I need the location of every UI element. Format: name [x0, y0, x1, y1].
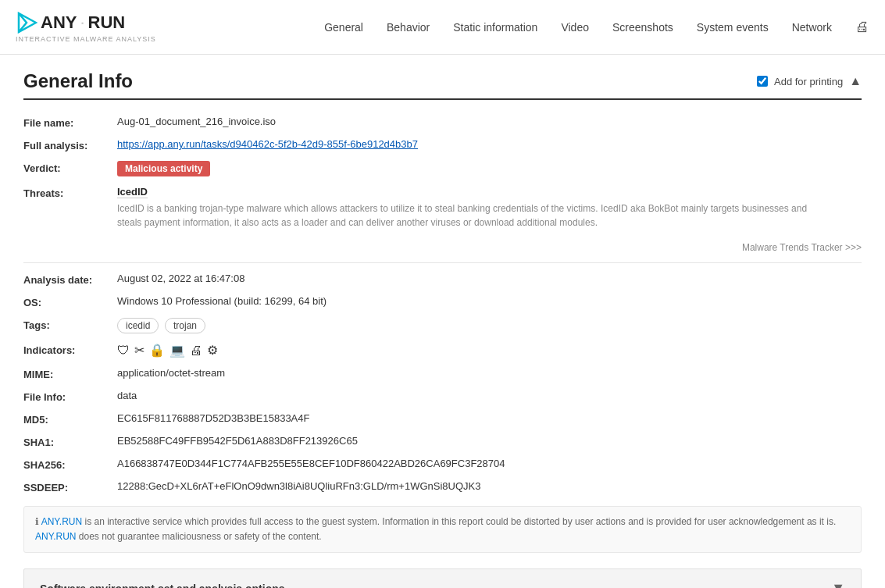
info-anyrun-link-2[interactable]: ANY.RUN: [35, 531, 76, 542]
threat-name[interactable]: IcedID: [117, 186, 148, 198]
main-content: General Info Add for printing ▲ File nam…: [0, 55, 885, 588]
mime-value: application/octet-stream: [117, 367, 862, 380]
nav-screenshots[interactable]: Screenshots: [612, 21, 673, 34]
verdict-label: Verdict:: [23, 161, 117, 176]
indicators-row: 🛡 ✂ 🔒 💻 🖨 ⚙: [117, 343, 862, 358]
add-print-checkbox[interactable]: [757, 76, 768, 87]
indicator-icon-3: 🔒: [149, 343, 165, 358]
add-print-area: Add for printing ▲: [757, 74, 862, 88]
info-note-text-2: does not guarantee maliciousness or safe…: [79, 531, 322, 542]
nav-static-info[interactable]: Static information: [453, 21, 537, 34]
info-grid-top: File name: Aug-01_document_216_invoice.i…: [23, 116, 862, 230]
analysis-date-label: Analysis date:: [23, 273, 117, 286]
print-button[interactable]: 🖨: [855, 19, 869, 35]
threats-label: Threats:: [23, 186, 117, 230]
indicator-icon-5: 🖨: [190, 344, 202, 358]
threat-description: IcedID is a banking trojan-type malware …: [117, 201, 820, 230]
header: ANY · RUN INTERACTIVE MALWARE ANALYSIS G…: [0, 0, 885, 55]
tag-icedid[interactable]: icedid: [117, 318, 159, 333]
nav-general[interactable]: General: [324, 21, 363, 34]
file-name-value: Aug-01_document_216_invoice.iso: [117, 116, 862, 129]
main-nav: General Behavior Static information Vide…: [324, 19, 869, 35]
mime-label: MIME:: [23, 367, 117, 380]
indicator-icon-6: ⚙: [207, 343, 218, 358]
page-title: General Info: [23, 70, 133, 92]
divider-1: [23, 262, 862, 263]
info-note: ℹ ANY.RUN is an interactive service whic…: [23, 506, 862, 553]
software-env-title: Software environment set and analysis op…: [40, 583, 285, 588]
info-anyrun-link-1[interactable]: ANY.RUN: [41, 516, 82, 527]
logo-text-run: RUN: [88, 12, 126, 33]
threats-value: IcedID IcedID is a banking trojan-type m…: [117, 186, 862, 230]
verdict-badge: Malicious activity: [117, 161, 210, 176]
md5-label: MD5:: [23, 412, 117, 426]
logo-area: ANY · RUN INTERACTIVE MALWARE ANALYSIS: [16, 12, 156, 43]
add-print-label: Add for printing: [774, 76, 843, 87]
sha1-value: EB52588FC49FFB9542F5D61A883D8FF213926C65: [117, 435, 862, 448]
logo-brand: ANY · RUN: [16, 12, 156, 34]
malware-tracker-arrow[interactable]: >>>: [845, 242, 862, 253]
software-env-bar[interactable]: Software environment set and analysis op…: [23, 568, 862, 588]
file-info-value: data: [117, 390, 862, 403]
software-env-chevron-icon: ▼: [831, 580, 845, 588]
nav-video[interactable]: Video: [561, 21, 589, 34]
ssdeep-value: 12288:GecD+XL6rAT+eFlOnO9dwn3l8iAi8UQliu…: [117, 480, 862, 494]
tag-trojan[interactable]: trojan: [165, 318, 205, 333]
section-title-bar: General Info Add for printing ▲: [23, 70, 862, 100]
full-analysis-label: Full analysis:: [23, 138, 117, 151]
analysis-date-value: August 02, 2022 at 16:47:08: [117, 273, 862, 286]
malware-tracker-text[interactable]: Malware Trends Tracker: [742, 242, 843, 253]
logo-tagline: INTERACTIVE MALWARE ANALYSIS: [16, 35, 156, 43]
nav-behavior[interactable]: Behavior: [387, 21, 430, 34]
info-note-text-1: is an interactive service which provides…: [84, 516, 836, 527]
nav-system-events[interactable]: System events: [697, 21, 769, 34]
md5-value: EC615F811768887D52D3B3BE15833A4F: [117, 412, 862, 426]
collapse-icon[interactable]: ▲: [849, 74, 862, 88]
tags-label: Tags:: [23, 318, 117, 333]
info-grid-bottom: Analysis date: August 02, 2022 at 16:47:…: [23, 273, 862, 494]
full-analysis-link[interactable]: https://app.any.run/tasks/d940462c-5f2b-…: [117, 138, 862, 151]
tags-container: icedid trojan: [117, 318, 862, 333]
logo-text-separator: ·: [80, 12, 84, 33]
os-label: OS:: [23, 295, 117, 308]
indicator-icon-4: 💻: [170, 343, 185, 358]
verdict-value: Malicious activity: [117, 161, 862, 176]
logo-text-any: ANY: [41, 12, 77, 33]
file-info-label: File Info:: [23, 390, 117, 403]
sha256-value: A166838747E0D344F1C774AFB255E55E8CEF10DF…: [117, 458, 862, 471]
nav-network[interactable]: Network: [792, 21, 832, 34]
os-value: Windows 10 Professional (build: 16299, 6…: [117, 295, 862, 308]
indicator-icon-1: 🛡: [117, 344, 130, 358]
logo-play-icon: [16, 12, 37, 34]
malware-tracker-link: Malware Trends Tracker >>>: [23, 242, 862, 253]
sha256-label: SHA256:: [23, 458, 117, 471]
sha1-label: SHA1:: [23, 435, 117, 448]
indicator-icon-2: ✂: [134, 343, 145, 358]
ssdeep-label: SSDEEP:: [23, 480, 117, 494]
file-name-label: File name:: [23, 116, 117, 129]
indicators-label: Indicators:: [23, 343, 117, 358]
